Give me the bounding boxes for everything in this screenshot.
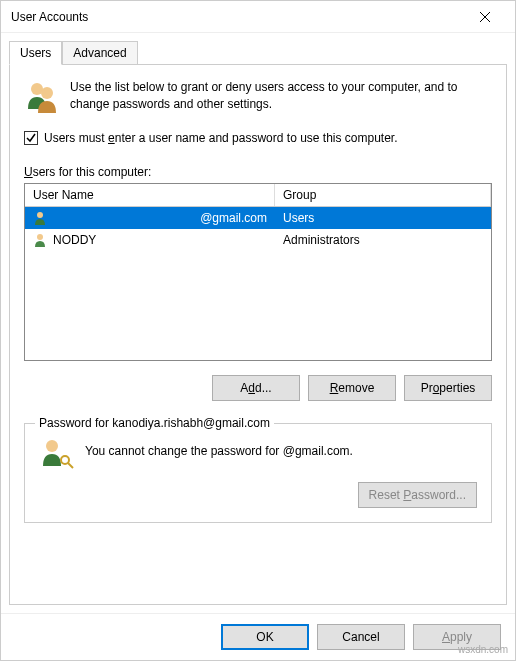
column-header-username[interactable]: User Name — [25, 184, 275, 206]
list-cell-group: Users — [275, 209, 491, 227]
svg-point-4 — [37, 212, 43, 218]
tab-content-users: Use the list below to grant or deny user… — [9, 65, 507, 605]
password-groupbox-title: Password for kanodiya.rishabh@gmail.com — [35, 416, 274, 430]
password-message: You cannot change the password for @gmai… — [85, 436, 477, 472]
window-title: User Accounts — [11, 10, 465, 24]
tab-advanced[interactable]: Advanced — [62, 41, 137, 64]
list-item[interactable]: @gmail.com Users — [25, 207, 491, 229]
reset-password-button: Reset Password... — [358, 482, 477, 508]
ok-button[interactable]: OK — [221, 624, 309, 650]
reset-password-row: Reset Password... — [39, 482, 477, 508]
svg-line-8 — [68, 463, 73, 468]
checkmark-icon — [26, 133, 36, 143]
require-password-checkbox-row: Users must enter a user name and passwor… — [24, 131, 492, 145]
list-cell-username: @gmail.com — [25, 209, 275, 227]
svg-point-6 — [46, 440, 58, 452]
list-cell-group: Administrators — [275, 231, 491, 249]
users-list-label: Users for this computer: — [24, 165, 492, 179]
svg-point-5 — [37, 234, 43, 240]
watermark-text: wsxdn.com — [458, 644, 508, 655]
user-accounts-window: User Accounts Users Advanced Use the lis… — [0, 0, 516, 661]
column-header-group[interactable]: Group — [275, 184, 491, 206]
require-password-label: Users must enter a user name and passwor… — [44, 131, 398, 145]
tab-users[interactable]: Users — [9, 41, 62, 65]
user-icon — [33, 233, 47, 247]
list-cell-username: NODDY — [25, 231, 275, 249]
password-groupbox: Password for kanodiya.rishabh@gmail.com … — [24, 423, 492, 523]
users-icon — [24, 79, 60, 115]
intro-text: Use the list below to grant or deny user… — [70, 79, 492, 115]
cancel-button[interactable]: Cancel — [317, 624, 405, 650]
listview-button-row: Add... Remove Properties — [24, 375, 492, 401]
remove-button[interactable]: Remove — [308, 375, 396, 401]
titlebar: User Accounts — [1, 1, 515, 33]
key-user-icon — [39, 436, 75, 472]
svg-point-7 — [61, 456, 69, 464]
dialog-button-row: OK Cancel Apply — [1, 613, 515, 660]
svg-point-3 — [41, 87, 53, 99]
intro-section: Use the list below to grant or deny user… — [24, 79, 492, 115]
password-groupbox-body: You cannot change the password for @gmai… — [39, 436, 477, 472]
add-button[interactable]: Add... — [212, 375, 300, 401]
listview-header: User Name Group — [25, 184, 491, 207]
close-icon — [479, 11, 491, 23]
dialog-body: Users Advanced Use the list below to gra… — [1, 33, 515, 613]
list-item[interactable]: NODDY Administrators — [25, 229, 491, 251]
users-listview[interactable]: User Name Group @gmail.com Users NODDY — [24, 183, 492, 361]
properties-button[interactable]: Properties — [404, 375, 492, 401]
tab-strip: Users Advanced — [9, 41, 507, 65]
close-button[interactable] — [465, 2, 505, 32]
require-password-checkbox[interactable] — [24, 131, 38, 145]
user-icon — [33, 211, 47, 225]
